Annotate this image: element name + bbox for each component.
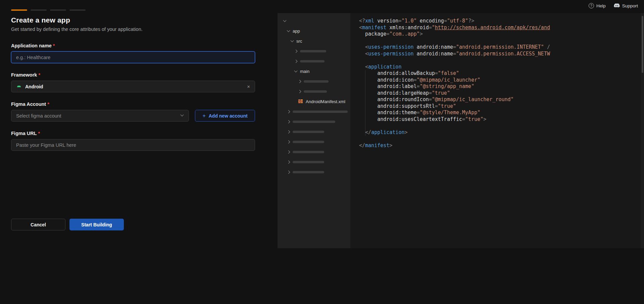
figma-account-placeholder: Select figma account — [16, 113, 61, 119]
skeleton-bar — [293, 121, 335, 123]
start-building-button[interactable]: Start Building — [69, 219, 124, 230]
code-content: <?xml version="1.0" encoding="utf-8"?><m… — [350, 18, 644, 149]
chevron-down-icon — [283, 19, 287, 22]
tree-item-skeleton[interactable] — [278, 127, 350, 137]
required-asterisk: * — [38, 72, 40, 78]
framework-field: Framework* Android × — [11, 72, 266, 92]
android-icon — [16, 84, 22, 89]
code-line-7 — [359, 57, 644, 64]
skeleton-bar — [304, 90, 327, 93]
chevron-right-icon — [287, 150, 290, 154]
help-icon: ? — [589, 3, 594, 8]
tree-item-skeleton[interactable] — [278, 106, 350, 117]
tree-item-skeleton[interactable] — [278, 147, 350, 157]
tree-item-skeleton[interactable] — [278, 117, 350, 127]
code-editor[interactable]: <?xml version="1.0" encoding="utf-8"?><m… — [350, 13, 644, 248]
code-line-19 — [359, 136, 644, 142]
add-account-label: Add new account — [209, 113, 248, 119]
tree-item-skeleton[interactable] — [278, 86, 350, 96]
figma-url-label: Figma URL* — [11, 131, 266, 136]
progress-step-1 — [11, 9, 27, 11]
help-label: Help — [596, 3, 606, 8]
tree-item-root[interactable] — [278, 16, 350, 26]
application-name-field: Application name* — [11, 43, 266, 63]
figma-url-field: Figma URL* — [11, 131, 266, 151]
required-asterisk: * — [38, 131, 40, 136]
tree-item-main[interactable]: main — [278, 66, 350, 76]
application-name-input[interactable] — [11, 51, 255, 63]
chevron-right-icon — [294, 49, 298, 53]
code-line-16: android:usesCleartextTraffic="true"> — [359, 116, 644, 123]
code-line-12: android:largeHeap="true" — [359, 90, 644, 97]
tree-item-src[interactable]: src — [278, 36, 350, 46]
progress-steps — [11, 9, 86, 11]
support-label: Support — [622, 3, 638, 8]
skeleton-bar — [300, 50, 326, 52]
tree-item-file[interactable]: AndroidManifest.xml — [278, 96, 350, 106]
code-line-11: android:label="@string/app_name" — [359, 83, 644, 90]
required-asterisk: * — [53, 43, 55, 48]
skeleton-bar — [293, 171, 324, 173]
plus-icon: + — [202, 113, 205, 119]
application-name-label: Application name* — [11, 43, 266, 48]
tree-item-skeleton[interactable] — [278, 167, 350, 177]
progress-step-3 — [50, 9, 66, 11]
chevron-down-icon — [291, 39, 294, 42]
skeleton-bar — [293, 141, 324, 143]
code-line-17 — [359, 123, 644, 129]
figma-account-select[interactable]: Select figma account — [11, 110, 189, 122]
chevron-right-icon — [287, 170, 290, 174]
chevron-down-icon — [287, 29, 290, 32]
label-text: Application name — [11, 43, 52, 48]
code-line-8: <application — [359, 64, 644, 71]
tree-item-skeleton[interactable] — [278, 46, 350, 56]
tree-item-skeleton[interactable] — [278, 56, 350, 66]
tree-item-skeleton[interactable] — [278, 76, 350, 86]
code-line-3: package="com..app"> — [359, 31, 644, 38]
code-line-6: <uses-permission android:name="android.p… — [359, 51, 644, 57]
chevron-right-icon — [287, 160, 290, 164]
scrollbar-thumb[interactable] — [642, 16, 643, 73]
support-button[interactable]: Support — [614, 3, 638, 8]
chevron-right-icon — [287, 110, 290, 113]
topbar: ? Help Support — [0, 0, 644, 13]
figma-account-field: Figma Account* Select figma account + Ad… — [11, 101, 266, 122]
code-line-13: android:roundIcon="@mipmap/ic_launcher_r… — [359, 96, 644, 103]
chevron-right-icon — [287, 140, 290, 143]
add-account-button[interactable]: + Add new account — [195, 110, 255, 122]
skeleton-bar — [293, 161, 324, 163]
tree-item-app[interactable]: app — [278, 26, 350, 36]
code-line-14: android:supportsRtl="true" — [359, 103, 644, 110]
skeleton-bar — [300, 60, 325, 62]
form-actions: Cancel Start Building — [11, 219, 124, 230]
code-line-2: <manifest xmlns:android="http://schemas.… — [359, 25, 644, 31]
progress-step-4 — [69, 9, 86, 11]
editor-scrollbar[interactable] — [641, 13, 644, 248]
skeleton-bar — [293, 111, 348, 113]
skeleton-bar — [293, 131, 324, 133]
chevron-right-icon — [298, 80, 301, 83]
create-app-form: Create a new app Get started by defining… — [0, 13, 278, 304]
code-line-5: <uses-permission android:name="android.p… — [359, 44, 644, 51]
code-line-9: android:allowBackup="false" — [359, 70, 644, 77]
label-text: Figma Account — [11, 101, 46, 107]
tree-item-label: src — [296, 39, 302, 44]
chevron-right-icon — [287, 120, 290, 123]
clear-framework-icon[interactable]: × — [247, 84, 250, 89]
tree-item-skeleton[interactable] — [278, 137, 350, 147]
tree-item-skeleton[interactable] — [278, 157, 350, 167]
cancel-button[interactable]: Cancel — [11, 219, 65, 230]
figma-url-input[interactable] — [11, 139, 255, 151]
code-line-20: </manifest> — [359, 142, 644, 149]
tree-item-label: AndroidManifest.xml — [306, 99, 345, 104]
code-line-10: android:icon="@mipmap/ic_launcher" — [359, 77, 644, 84]
topbar-actions: ? Help Support — [589, 3, 638, 8]
framework-selected-value: Android — [25, 84, 43, 89]
page-title: Create a new app — [11, 16, 266, 24]
code-line-18: </application> — [359, 129, 644, 136]
chevron-down-icon — [294, 69, 298, 73]
framework-select[interactable]: Android × — [11, 81, 255, 92]
help-button[interactable]: ? Help — [589, 3, 606, 8]
chevron-right-icon — [298, 90, 301, 93]
tree-item-label: app — [293, 29, 300, 34]
